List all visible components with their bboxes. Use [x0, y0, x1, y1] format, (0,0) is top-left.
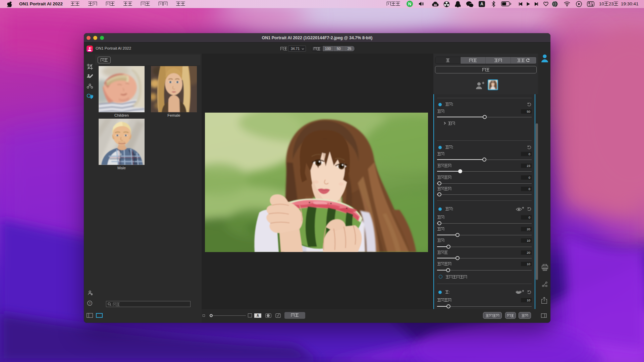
svg-text:?: ? — [89, 302, 91, 305]
